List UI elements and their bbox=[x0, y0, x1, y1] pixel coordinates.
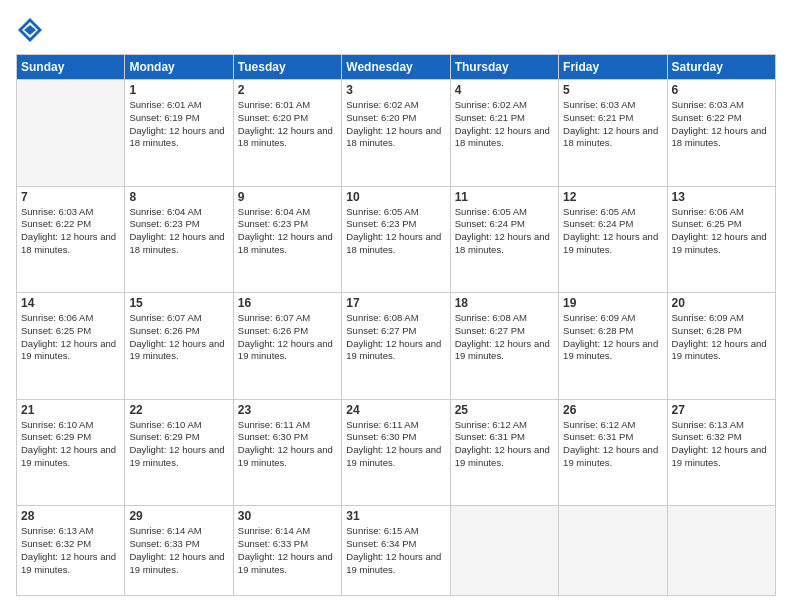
day-number: 13 bbox=[672, 190, 771, 204]
day-cell: 2Sunrise: 6:01 AMSunset: 6:20 PMDaylight… bbox=[233, 80, 341, 187]
day-info: Sunrise: 6:06 AMSunset: 6:25 PMDaylight:… bbox=[672, 206, 771, 257]
day-number: 31 bbox=[346, 509, 445, 523]
day-info: Sunrise: 6:12 AMSunset: 6:31 PMDaylight:… bbox=[455, 419, 554, 470]
day-info: Sunrise: 6:14 AMSunset: 6:33 PMDaylight:… bbox=[129, 525, 228, 576]
logo-icon bbox=[16, 16, 44, 44]
day-cell: 30Sunrise: 6:14 AMSunset: 6:33 PMDayligh… bbox=[233, 506, 341, 596]
day-cell: 7Sunrise: 6:03 AMSunset: 6:22 PMDaylight… bbox=[17, 186, 125, 293]
day-info: Sunrise: 6:11 AMSunset: 6:30 PMDaylight:… bbox=[346, 419, 445, 470]
day-info: Sunrise: 6:08 AMSunset: 6:27 PMDaylight:… bbox=[346, 312, 445, 363]
day-number: 19 bbox=[563, 296, 662, 310]
day-info: Sunrise: 6:06 AMSunset: 6:25 PMDaylight:… bbox=[21, 312, 120, 363]
day-info: Sunrise: 6:03 AMSunset: 6:21 PMDaylight:… bbox=[563, 99, 662, 150]
day-info: Sunrise: 6:04 AMSunset: 6:23 PMDaylight:… bbox=[238, 206, 337, 257]
day-number: 22 bbox=[129, 403, 228, 417]
day-cell: 25Sunrise: 6:12 AMSunset: 6:31 PMDayligh… bbox=[450, 399, 558, 506]
day-info: Sunrise: 6:09 AMSunset: 6:28 PMDaylight:… bbox=[563, 312, 662, 363]
week-row-1: 1Sunrise: 6:01 AMSunset: 6:19 PMDaylight… bbox=[17, 80, 776, 187]
day-cell: 6Sunrise: 6:03 AMSunset: 6:22 PMDaylight… bbox=[667, 80, 775, 187]
calendar-header-row: SundayMondayTuesdayWednesdayThursdayFrid… bbox=[17, 55, 776, 80]
day-info: Sunrise: 6:02 AMSunset: 6:21 PMDaylight:… bbox=[455, 99, 554, 150]
day-cell bbox=[450, 506, 558, 596]
day-number: 8 bbox=[129, 190, 228, 204]
day-number: 26 bbox=[563, 403, 662, 417]
day-info: Sunrise: 6:08 AMSunset: 6:27 PMDaylight:… bbox=[455, 312, 554, 363]
day-cell: 13Sunrise: 6:06 AMSunset: 6:25 PMDayligh… bbox=[667, 186, 775, 293]
day-number: 18 bbox=[455, 296, 554, 310]
day-cell: 5Sunrise: 6:03 AMSunset: 6:21 PMDaylight… bbox=[559, 80, 667, 187]
day-number: 28 bbox=[21, 509, 120, 523]
day-number: 1 bbox=[129, 83, 228, 97]
day-info: Sunrise: 6:05 AMSunset: 6:23 PMDaylight:… bbox=[346, 206, 445, 257]
day-number: 27 bbox=[672, 403, 771, 417]
week-row-4: 21Sunrise: 6:10 AMSunset: 6:29 PMDayligh… bbox=[17, 399, 776, 506]
day-cell: 23Sunrise: 6:11 AMSunset: 6:30 PMDayligh… bbox=[233, 399, 341, 506]
day-info: Sunrise: 6:07 AMSunset: 6:26 PMDaylight:… bbox=[129, 312, 228, 363]
day-cell: 11Sunrise: 6:05 AMSunset: 6:24 PMDayligh… bbox=[450, 186, 558, 293]
day-cell: 22Sunrise: 6:10 AMSunset: 6:29 PMDayligh… bbox=[125, 399, 233, 506]
calendar-header-friday: Friday bbox=[559, 55, 667, 80]
day-cell: 28Sunrise: 6:13 AMSunset: 6:32 PMDayligh… bbox=[17, 506, 125, 596]
calendar-header-thursday: Thursday bbox=[450, 55, 558, 80]
day-info: Sunrise: 6:15 AMSunset: 6:34 PMDaylight:… bbox=[346, 525, 445, 576]
calendar-header-monday: Monday bbox=[125, 55, 233, 80]
calendar-header-tuesday: Tuesday bbox=[233, 55, 341, 80]
day-number: 15 bbox=[129, 296, 228, 310]
day-info: Sunrise: 6:14 AMSunset: 6:33 PMDaylight:… bbox=[238, 525, 337, 576]
day-info: Sunrise: 6:01 AMSunset: 6:19 PMDaylight:… bbox=[129, 99, 228, 150]
day-cell: 20Sunrise: 6:09 AMSunset: 6:28 PMDayligh… bbox=[667, 293, 775, 400]
logo bbox=[16, 16, 48, 44]
day-info: Sunrise: 6:05 AMSunset: 6:24 PMDaylight:… bbox=[455, 206, 554, 257]
day-number: 3 bbox=[346, 83, 445, 97]
day-cell: 19Sunrise: 6:09 AMSunset: 6:28 PMDayligh… bbox=[559, 293, 667, 400]
day-cell bbox=[667, 506, 775, 596]
day-number: 25 bbox=[455, 403, 554, 417]
day-number: 20 bbox=[672, 296, 771, 310]
day-number: 14 bbox=[21, 296, 120, 310]
day-cell: 26Sunrise: 6:12 AMSunset: 6:31 PMDayligh… bbox=[559, 399, 667, 506]
day-cell: 27Sunrise: 6:13 AMSunset: 6:32 PMDayligh… bbox=[667, 399, 775, 506]
day-cell: 14Sunrise: 6:06 AMSunset: 6:25 PMDayligh… bbox=[17, 293, 125, 400]
calendar-header-wednesday: Wednesday bbox=[342, 55, 450, 80]
page: SundayMondayTuesdayWednesdayThursdayFrid… bbox=[0, 0, 792, 612]
day-info: Sunrise: 6:12 AMSunset: 6:31 PMDaylight:… bbox=[563, 419, 662, 470]
day-cell: 10Sunrise: 6:05 AMSunset: 6:23 PMDayligh… bbox=[342, 186, 450, 293]
calendar-header-sunday: Sunday bbox=[17, 55, 125, 80]
day-number: 7 bbox=[21, 190, 120, 204]
day-info: Sunrise: 6:05 AMSunset: 6:24 PMDaylight:… bbox=[563, 206, 662, 257]
day-info: Sunrise: 6:07 AMSunset: 6:26 PMDaylight:… bbox=[238, 312, 337, 363]
header bbox=[16, 16, 776, 44]
day-cell: 9Sunrise: 6:04 AMSunset: 6:23 PMDaylight… bbox=[233, 186, 341, 293]
day-info: Sunrise: 6:09 AMSunset: 6:28 PMDaylight:… bbox=[672, 312, 771, 363]
day-cell: 12Sunrise: 6:05 AMSunset: 6:24 PMDayligh… bbox=[559, 186, 667, 293]
day-number: 29 bbox=[129, 509, 228, 523]
day-number: 23 bbox=[238, 403, 337, 417]
day-cell bbox=[559, 506, 667, 596]
day-number: 2 bbox=[238, 83, 337, 97]
day-info: Sunrise: 6:10 AMSunset: 6:29 PMDaylight:… bbox=[129, 419, 228, 470]
day-info: Sunrise: 6:13 AMSunset: 6:32 PMDaylight:… bbox=[672, 419, 771, 470]
week-row-3: 14Sunrise: 6:06 AMSunset: 6:25 PMDayligh… bbox=[17, 293, 776, 400]
day-number: 24 bbox=[346, 403, 445, 417]
day-cell: 3Sunrise: 6:02 AMSunset: 6:20 PMDaylight… bbox=[342, 80, 450, 187]
day-cell: 1Sunrise: 6:01 AMSunset: 6:19 PMDaylight… bbox=[125, 80, 233, 187]
day-info: Sunrise: 6:02 AMSunset: 6:20 PMDaylight:… bbox=[346, 99, 445, 150]
day-info: Sunrise: 6:11 AMSunset: 6:30 PMDaylight:… bbox=[238, 419, 337, 470]
day-info: Sunrise: 6:10 AMSunset: 6:29 PMDaylight:… bbox=[21, 419, 120, 470]
day-cell: 24Sunrise: 6:11 AMSunset: 6:30 PMDayligh… bbox=[342, 399, 450, 506]
day-info: Sunrise: 6:01 AMSunset: 6:20 PMDaylight:… bbox=[238, 99, 337, 150]
calendar-header-saturday: Saturday bbox=[667, 55, 775, 80]
day-number: 30 bbox=[238, 509, 337, 523]
day-cell: 15Sunrise: 6:07 AMSunset: 6:26 PMDayligh… bbox=[125, 293, 233, 400]
day-info: Sunrise: 6:03 AMSunset: 6:22 PMDaylight:… bbox=[672, 99, 771, 150]
day-number: 12 bbox=[563, 190, 662, 204]
day-cell: 29Sunrise: 6:14 AMSunset: 6:33 PMDayligh… bbox=[125, 506, 233, 596]
day-number: 17 bbox=[346, 296, 445, 310]
day-cell: 4Sunrise: 6:02 AMSunset: 6:21 PMDaylight… bbox=[450, 80, 558, 187]
week-row-5: 28Sunrise: 6:13 AMSunset: 6:32 PMDayligh… bbox=[17, 506, 776, 596]
day-number: 11 bbox=[455, 190, 554, 204]
day-cell: 16Sunrise: 6:07 AMSunset: 6:26 PMDayligh… bbox=[233, 293, 341, 400]
day-info: Sunrise: 6:04 AMSunset: 6:23 PMDaylight:… bbox=[129, 206, 228, 257]
day-cell: 8Sunrise: 6:04 AMSunset: 6:23 PMDaylight… bbox=[125, 186, 233, 293]
day-cell bbox=[17, 80, 125, 187]
